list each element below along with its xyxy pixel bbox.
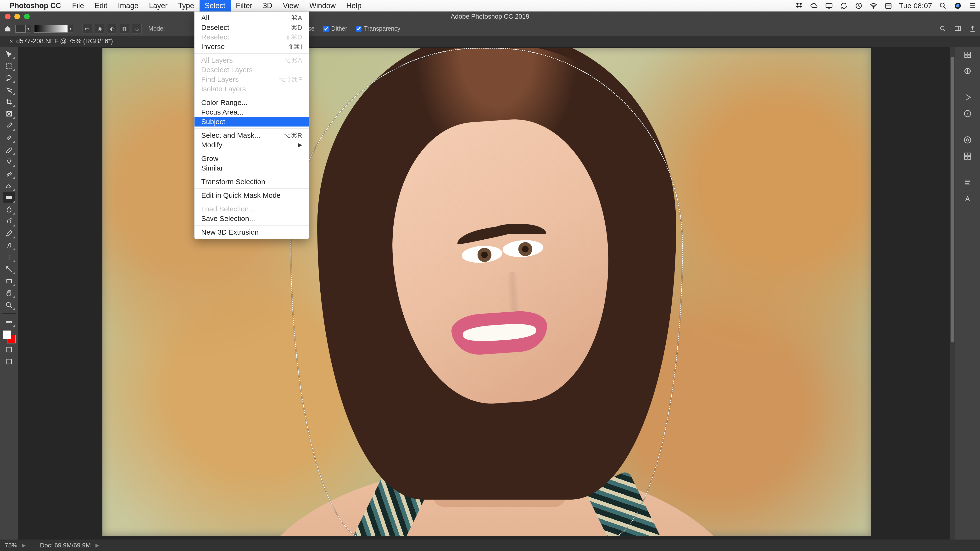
- panel-info-icon[interactable]: [960, 108, 975, 119]
- tool-history-brush[interactable]: [3, 168, 15, 179]
- menu-save-selection[interactable]: Save Selection...: [194, 214, 309, 223]
- panel-paragraph-icon[interactable]: [960, 176, 975, 189]
- menu-grow[interactable]: Grow: [194, 154, 309, 164]
- menu-edit-in-quick-mask-mode[interactable]: Edit in Quick Mask Mode: [194, 191, 309, 200]
- color-swatches[interactable]: [3, 330, 16, 343]
- tool-rectangle[interactable]: [3, 275, 15, 287]
- close-window-button[interactable]: [5, 14, 11, 19]
- sync-icon[interactable]: [840, 2, 848, 10]
- tool-hand[interactable]: [3, 287, 15, 299]
- menu-all[interactable]: All⌘A: [194, 13, 309, 23]
- menu-item-select[interactable]: Select: [200, 0, 231, 11]
- document-tab[interactable]: × d577-208.NEF @ 75% (RGB/16*): [7, 36, 118, 47]
- menu-select-and-mask[interactable]: Select and Mask...⌥⌘R: [194, 130, 309, 140]
- menu-item-image[interactable]: Image: [113, 0, 144, 11]
- tool-smudge[interactable]: [3, 240, 15, 251]
- tool-marquee[interactable]: [3, 60, 15, 72]
- tool-dodge[interactable]: [3, 216, 15, 227]
- radial-gradient-button[interactable]: ◉: [95, 24, 104, 33]
- panel-play-icon[interactable]: [960, 91, 975, 103]
- tool-blur[interactable]: [3, 204, 15, 215]
- minimize-window-button[interactable]: [14, 14, 20, 19]
- notification-icon[interactable]: [969, 2, 977, 10]
- tool-crop[interactable]: [3, 96, 15, 108]
- vertical-scrollbar[interactable]: [950, 47, 955, 540]
- tool-path[interactable]: [3, 264, 15, 275]
- menu-item-layer[interactable]: Layer: [144, 0, 173, 11]
- clock-text[interactable]: Tue 08:07: [899, 2, 932, 10]
- menu-modify[interactable]: Modify▶: [194, 140, 309, 150]
- gradient-picker[interactable]: ▾: [34, 25, 73, 33]
- doc-caret-icon[interactable]: ▶: [95, 542, 99, 548]
- menu-new-3d-extrusion[interactable]: New 3D Extrusion: [194, 227, 309, 237]
- timemachine-icon[interactable]: [854, 2, 863, 10]
- zoom-window-button[interactable]: [24, 14, 30, 19]
- status-bar: 75%▶ Doc: 69.9M/69.9M▶: [0, 540, 980, 551]
- menu-item-3d[interactable]: 3D: [258, 0, 278, 11]
- panel-color-icon[interactable]: [960, 134, 975, 146]
- menu-item-shortcut: ⌥⇧⌘F: [278, 76, 302, 83]
- display-icon[interactable]: [825, 2, 833, 10]
- app-name[interactable]: Photoshop CC: [10, 2, 61, 10]
- date-icon[interactable]: [884, 2, 892, 10]
- menu-item-filter[interactable]: Filter: [231, 0, 258, 11]
- menu-inverse[interactable]: Inverse⇧⌘I: [194, 42, 309, 51]
- tool-quick-select[interactable]: [3, 84, 15, 96]
- zoom-caret-icon[interactable]: ▶: [22, 542, 25, 548]
- menu-deselect[interactable]: Deselect⌘D: [194, 23, 309, 32]
- angle-gradient-button[interactable]: ◐: [107, 24, 117, 33]
- gradient-tool-preset[interactable]: ▾: [15, 25, 31, 33]
- search-icon[interactable]: [939, 24, 947, 33]
- diamond-gradient-button[interactable]: ◇: [132, 24, 142, 33]
- transparency-checkbox[interactable]: Transparency: [356, 25, 400, 32]
- svg-point-14: [6, 303, 11, 306]
- screen-mode-button[interactable]: [3, 356, 15, 367]
- menu-subject[interactable]: Subject: [194, 117, 309, 127]
- panel-character-icon[interactable]: [960, 193, 975, 205]
- spotlight-icon[interactable]: [939, 2, 947, 10]
- menu-focus-area[interactable]: Focus Area...: [194, 107, 309, 117]
- menu-item-type[interactable]: Type: [173, 0, 199, 11]
- dither-checkbox[interactable]: Dither: [323, 25, 347, 32]
- tool-move[interactable]: [3, 48, 15, 60]
- reflected-gradient-button[interactable]: ▥: [119, 24, 129, 33]
- tool-frame[interactable]: [3, 108, 15, 119]
- menu-item-view[interactable]: View: [278, 0, 304, 11]
- menu-item-help[interactable]: Help: [341, 0, 367, 11]
- close-tab-icon[interactable]: ×: [10, 38, 13, 45]
- workspace-picker-icon[interactable]: [953, 24, 962, 33]
- zoom-value[interactable]: 75%: [5, 541, 17, 549]
- tool-ellipsis[interactable]: [3, 316, 15, 328]
- tool-eyedropper[interactable]: [3, 120, 15, 132]
- transparency-label: Transparency: [364, 25, 400, 32]
- panel-properties-icon[interactable]: [960, 49, 975, 61]
- tool-brush[interactable]: [3, 144, 15, 156]
- cloud-icon[interactable]: [810, 2, 818, 10]
- share-icon[interactable]: [968, 24, 977, 33]
- home-button[interactable]: [3, 24, 13, 33]
- menu-similar[interactable]: Similar: [194, 164, 309, 173]
- dropbox-icon[interactable]: [795, 2, 803, 10]
- tool-lasso[interactable]: [3, 72, 15, 84]
- menu-item-file[interactable]: File: [67, 0, 89, 11]
- menu-transform-selection[interactable]: Transform Selection: [194, 177, 309, 187]
- wifi-icon[interactable]: [869, 2, 878, 10]
- tool-healing[interactable]: [3, 132, 15, 143]
- linear-gradient-button[interactable]: ▭: [82, 24, 92, 33]
- siri-icon[interactable]: [954, 2, 962, 10]
- doc-size[interactable]: Doc: 69.9M/69.9M: [40, 541, 91, 549]
- menu-item-window[interactable]: Window: [304, 0, 341, 11]
- tool-eraser[interactable]: [3, 180, 15, 191]
- panel-swatches-icon[interactable]: [960, 150, 975, 162]
- tool-gradient[interactable]: [3, 192, 15, 203]
- menu-item-edit[interactable]: Edit: [89, 0, 113, 11]
- tool-type[interactable]: [3, 252, 15, 263]
- panel-adjustments-icon[interactable]: [960, 65, 975, 77]
- tool-clone[interactable]: [3, 156, 15, 167]
- quick-mask-button[interactable]: [3, 344, 15, 356]
- tool-zoom[interactable]: [3, 299, 15, 311]
- tool-pen[interactable]: [3, 228, 15, 239]
- menu-deselect-layers: Deselect Layers: [194, 65, 309, 75]
- menu-color-range[interactable]: Color Range...: [194, 98, 309, 107]
- menu-item-label: Select and Mask...: [201, 131, 260, 140]
